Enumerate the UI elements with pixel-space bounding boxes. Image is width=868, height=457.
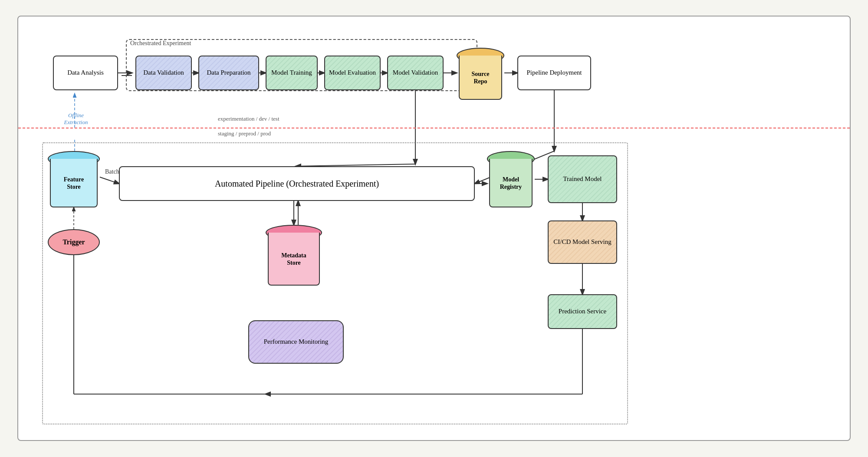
- env-label-top: experimentation / dev / test: [218, 115, 279, 122]
- model-registry-wrap: Model Registry: [487, 151, 535, 207]
- feature-store-cylinder: Feature Store: [48, 151, 100, 207]
- prediction-service-box: Prediction Service: [548, 294, 617, 329]
- feature-store-wrap: Feature Store: [48, 151, 100, 207]
- trigger-ellipse: Trigger: [48, 229, 100, 255]
- diagram-container: Orchestrated Experiment Data Analysis Da…: [17, 16, 851, 441]
- metadata-store-label: Metadata Store: [280, 252, 308, 267]
- trained-model-label: Trained Model: [563, 175, 602, 184]
- data-validation-box: Data Validation: [135, 56, 192, 90]
- env-label-bottom: staging / preprod / prod: [218, 130, 271, 137]
- trigger-label: Trigger: [62, 238, 85, 246]
- batch-label: Batch: [105, 168, 119, 175]
- pipeline-deployment-box: Pipeline Deployment: [517, 56, 591, 90]
- trained-model-box: Trained Model: [548, 155, 617, 203]
- orchestrated-label: Orchestrated Experiment: [130, 40, 191, 47]
- model-registry-cylinder: Model Registry: [487, 151, 535, 207]
- data-validation-label: Data Validation: [143, 69, 184, 77]
- pipeline-deployment-label: Pipeline Deployment: [526, 69, 582, 77]
- model-evaluation-box: Model Evaluation: [324, 56, 381, 90]
- cicd-model-serving-box: CI/CD Model Serving: [548, 220, 617, 264]
- data-preparation-label: Data Preparation: [207, 69, 250, 77]
- data-analysis-box: Data Analysis: [53, 56, 118, 90]
- source-repo-wrap: Source Repo: [457, 48, 504, 100]
- model-evaluation-label: Model Evaluation: [329, 69, 376, 77]
- source-repo-cylinder: Source Repo: [457, 48, 504, 100]
- model-training-label: Model Training: [271, 69, 312, 77]
- offline-extraction-label: Offline Extraction: [56, 112, 95, 126]
- model-training-box: Model Training: [266, 56, 318, 90]
- automated-pipeline-label: Automated Pipeline (Orchestrated Experim…: [215, 178, 379, 189]
- source-repo-label: Source Repo: [469, 71, 493, 85]
- data-analysis-label: Data Analysis: [67, 69, 104, 77]
- data-preparation-box: Data Preparation: [198, 56, 259, 90]
- performance-monitoring-box: Performance Monitoring: [248, 320, 344, 364]
- model-registry-label: Model Registry: [499, 176, 523, 191]
- automated-pipeline-box: Automated Pipeline (Orchestrated Experim…: [119, 166, 475, 201]
- cicd-model-serving-label: CI/CD Model Serving: [553, 238, 611, 247]
- feature-store-label: Feature Store: [61, 176, 87, 191]
- model-validation-box: Model Validation: [387, 56, 444, 90]
- environment-separator: [18, 128, 850, 128]
- prediction-service-label: Prediction Service: [559, 307, 606, 316]
- model-validation-label: Model Validation: [393, 69, 438, 77]
- metadata-store-cylinder: Metadata Store: [266, 225, 322, 286]
- performance-monitoring-label: Performance Monitoring: [264, 338, 329, 346]
- metadata-store-wrap: Metadata Store: [266, 225, 322, 286]
